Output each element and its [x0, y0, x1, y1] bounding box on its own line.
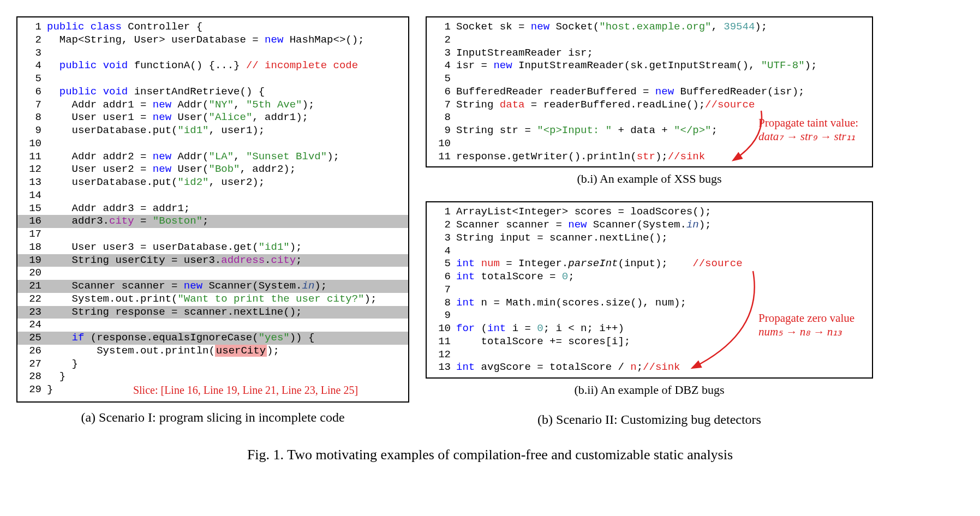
- code-line: 7String data = readerBuffered.readLine()…: [427, 99, 872, 112]
- code-line: 26 System.out.println(userCity);: [17, 345, 408, 358]
- code-line: 18 User user3 = userDatabase.get("id1");: [17, 241, 408, 254]
- caption-b: (b) Scenario II: Customizing bug detecto…: [426, 412, 873, 427]
- code-line: 16 addr3.city = "Boston";: [17, 215, 408, 228]
- code-line: 2Scanner scanner = new Scanner(System.in…: [427, 219, 872, 232]
- code-line: 14: [17, 189, 408, 202]
- caption-bii: (b.ii) An example of DBZ bugs: [426, 383, 873, 397]
- code-line: 13int avgScore = totalScore / n;//sink: [427, 361, 872, 374]
- main-caption: Fig. 1. Two motivating examples of compi…: [16, 447, 964, 463]
- code-line: 23 String response = scanner.nextLine();: [17, 306, 408, 319]
- code-line: 1public class Controller {: [17, 21, 408, 34]
- right-column: 1Socket sk = new Socket("host.example.or…: [426, 16, 873, 427]
- code-box-bi-group: 1Socket sk = new Socket("host.example.or…: [426, 16, 873, 186]
- code-line: 17: [17, 228, 408, 241]
- code-line: 4isr = new InputStreamReader(sk.getInput…: [427, 59, 872, 73]
- left-column: 1public class Controller {2 Map<String, …: [16, 16, 409, 427]
- caption-a: (a) Scenario I: program slicing in incom…: [16, 410, 409, 425]
- code-line: 12 User user2 = new User("Bob", addr2);: [17, 163, 408, 176]
- code-line: 4 public void functionA() {...} // incom…: [17, 59, 408, 73]
- code-line: 5: [427, 73, 872, 86]
- code-line: 6BufferedReader readerBuffered = new Buf…: [427, 86, 872, 99]
- code-line: 2 Map<String, User> userDatabase = new H…: [17, 34, 408, 47]
- code-box-bii-group: 1ArrayList<Integer> scores = loadScores(…: [426, 201, 873, 397]
- code-line: 7: [427, 284, 872, 297]
- figure-container: 1public class Controller {2 Map<String, …: [16, 16, 964, 427]
- code-line: 19 String userCity = user3.address.city;: [17, 254, 408, 267]
- code-line: 1ArrayList<Integer> scores = loadScores(…: [427, 206, 872, 219]
- code-line: 6 public void insertAndRetrieve() {: [17, 86, 408, 99]
- code-line: 27 }: [17, 358, 408, 371]
- code-line: 11 Addr addr2 = new Addr("LA", "Sunset B…: [17, 151, 408, 164]
- code-line: 5: [17, 73, 408, 86]
- code-line: 3: [17, 47, 408, 60]
- code-box-a: 1public class Controller {2 Map<String, …: [16, 16, 409, 403]
- code-line: 1Socket sk = new Socket("host.example.or…: [427, 21, 872, 34]
- code-box-bii: 1ArrayList<Integer> scores = loadScores(…: [426, 201, 873, 379]
- annotation-bii: Propagate zero value num₅ → n₈ → n₁₃: [758, 311, 854, 339]
- code-line: 9 userDatabase.put("id1", user1);: [17, 124, 408, 137]
- caption-bi: (b.i) An example of XSS bugs: [426, 172, 873, 186]
- code-line: 12: [427, 349, 872, 362]
- code-line: 2: [427, 34, 872, 47]
- code-line: 6int totalScore = 0;: [427, 271, 872, 284]
- code-line: 24: [17, 319, 408, 332]
- code-line: 3InputStreamReader isr;: [427, 47, 872, 60]
- code-box-bi: 1Socket sk = new Socket("host.example.or…: [426, 16, 873, 167]
- annotation-bi: Propagate taint value: data₇ → str₉ → st…: [758, 116, 858, 143]
- code-line: 28 }: [17, 370, 408, 383]
- code-line: 13 userDatabase.put("id2", user2);: [17, 176, 408, 189]
- code-line: 7 Addr addr1 = new Addr("NY", "5th Ave")…: [17, 99, 408, 112]
- code-line: 11response.getWriter().println(str);//si…: [427, 151, 872, 164]
- code-line: 15 Addr addr3 = addr1;: [17, 202, 408, 215]
- code-line: 10: [17, 137, 408, 151]
- code-line: 22 System.out.print("Want to print the u…: [17, 293, 408, 306]
- code-line: 5int num = Integer.parseInt(input); //so…: [427, 257, 872, 271]
- code-line: 3String input = scanner.nextLine();: [427, 232, 872, 245]
- code-line: 4: [427, 245, 872, 258]
- code-line: 20: [17, 267, 408, 280]
- code-line: 25 if (response.equalsIgnoreCase("yes"))…: [17, 332, 408, 345]
- code-line: 8int n = Math.min(scores.size(), num);: [427, 297, 872, 310]
- code-line: 21 Scanner scanner = new Scanner(System.…: [17, 280, 408, 293]
- code-line: 8 User user1 = new User("Alice", addr1);: [17, 111, 408, 124]
